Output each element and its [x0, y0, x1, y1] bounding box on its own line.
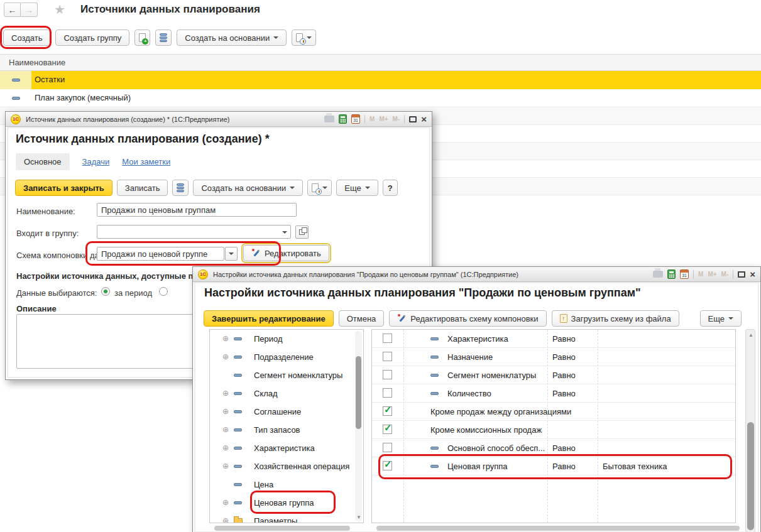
tree-item-price-group[interactable]: ⊕Ценовая группа — [210, 494, 363, 512]
tree-item-parameters[interactable]: ⊕Параметры — [210, 512, 363, 523]
expand-icon[interactable]: ⊕ — [222, 499, 229, 506]
tab-tasks[interactable]: Задачи — [82, 153, 110, 170]
checkbox-unchecked[interactable] — [383, 443, 392, 452]
tree-item-agreement[interactable]: ⊕Соглашение — [210, 403, 363, 421]
scheme-dropdown-button[interactable] — [225, 247, 238, 261]
dialog1-titlebar[interactable]: 1С Источник данных планирования (создани… — [6, 112, 432, 127]
checkbox-checked[interactable]: ✓ — [383, 425, 392, 434]
tree-item-stock-type[interactable]: ⊕Тип запасов — [210, 421, 363, 439]
save-and-close-button[interactable]: Записать и закрыть — [15, 180, 112, 196]
checkbox-checked[interactable]: ✓ — [383, 461, 392, 470]
list-view-button[interactable] — [155, 30, 172, 46]
checkbox-unchecked[interactable] — [383, 352, 392, 361]
maximize-icon[interactable] — [738, 271, 745, 278]
name-input[interactable]: Продажи по ценовым группам — [97, 203, 297, 217]
checkbox-unchecked[interactable] — [383, 388, 392, 398]
open-group-button[interactable] — [295, 225, 309, 239]
tab-my-notes[interactable]: Мои заметки — [122, 153, 170, 170]
radio-alternative[interactable] — [159, 287, 168, 296]
dialog2-titlebar[interactable]: 1С Настройки источника данных планирован… — [193, 267, 760, 282]
cancel-button[interactable]: Отмена — [339, 310, 385, 327]
maximize-icon[interactable] — [409, 116, 417, 122]
calendar-icon[interactable]: 31 — [680, 269, 689, 279]
scheme-input[interactable]: Продажи по ценовой группе — [97, 247, 224, 261]
expand-icon[interactable]: ⊕ — [222, 335, 229, 342]
copy-item-button[interactable]: + — [134, 30, 150, 46]
filter-row-main-supply-method[interactable]: Основной способ обесп... Равно — [372, 439, 735, 457]
list-row-selected[interactable]: Остатки — [0, 71, 761, 89]
tree-item-department[interactable]: ⊕Подразделение — [210, 348, 363, 366]
expand-icon[interactable]: ⊕ — [222, 462, 229, 470]
memory-plus-button[interactable]: M+ — [708, 271, 716, 278]
close-icon[interactable]: × — [750, 269, 755, 279]
tree-item-characteristic[interactable]: ⊕Характеристика — [210, 439, 363, 457]
filters-panel: Характеристика Равно Назначение Равно Се… — [371, 329, 736, 523]
create-based-on-button[interactable]: Создать на основании — [193, 180, 303, 196]
tree-hscrollbar[interactable] — [214, 526, 350, 531]
expand-icon[interactable]: ⊕ — [222, 444, 229, 452]
tab-main[interactable]: Основное — [16, 153, 70, 170]
create-based-on-button[interactable]: Создать на основании — [177, 30, 287, 46]
tree-item-warehouse[interactable]: ⊕Склад — [210, 384, 363, 403]
report-button[interactable] — [307, 180, 332, 196]
tree-item-price[interactable]: Цена — [210, 475, 363, 494]
scroll-down-icon[interactable]: ▼ — [356, 514, 361, 520]
filters-hscrollbar[interactable] — [376, 526, 740, 531]
filter-row-price-group[interactable]: ✓ Ценовая группа Равно Бытовая техника — [372, 457, 735, 475]
checkbox-unchecked[interactable] — [383, 370, 392, 379]
save-button[interactable]: Записать — [117, 180, 168, 196]
tree-scrollbar-thumb[interactable] — [356, 356, 361, 429]
printer-icon[interactable] — [653, 271, 663, 278]
tree-scrollbar[interactable]: ▼ — [355, 331, 362, 521]
expand-icon[interactable]: ⊕ — [222, 517, 229, 523]
list-view-button[interactable] — [172, 180, 189, 196]
checkbox-checked[interactable]: ✓ — [383, 406, 392, 416]
tree-item-segment[interactable]: Сегмент номенклатуры — [210, 366, 363, 384]
checkbox-unchecked[interactable] — [383, 334, 392, 343]
edit-scheme-button[interactable]: Редактировать — [243, 245, 329, 261]
calculator-icon[interactable] — [667, 269, 676, 279]
chevron-down-icon[interactable] — [282, 231, 287, 234]
radio-for-period[interactable] — [101, 287, 110, 296]
filter-row-except-intercompany[interactable]: ✓ Кроме продаж между организациями — [372, 403, 735, 421]
memory-plus-button[interactable]: M+ — [379, 116, 388, 122]
back-button[interactable]: ← — [4, 3, 21, 17]
filter-row-segment[interactable]: Сегмент номенклатуры Равно — [372, 366, 735, 384]
calculator-icon[interactable] — [339, 114, 347, 124]
create-button[interactable]: Создать — [3, 30, 50, 46]
help-button[interactable]: ? — [383, 180, 398, 196]
filters-scrollbar[interactable]: ▲ — [745, 329, 755, 532]
scroll-up-icon[interactable]: ▲ — [748, 332, 753, 338]
memory-button[interactable]: M — [370, 116, 375, 122]
load-scheme-button[interactable]: ↑ Загрузить схему из файла — [552, 310, 679, 327]
list-row[interactable]: План закупок (месячный) — [0, 89, 761, 107]
edit-composition-scheme-button[interactable]: Редактировать схему компоновки — [389, 310, 546, 327]
tree-item-business-operation[interactable]: ⊕Хозяйственная операция — [210, 457, 363, 475]
list-column-header[interactable]: Наименование — [0, 54, 761, 71]
filters-scrollbar-thumb[interactable] — [747, 422, 754, 530]
expand-icon[interactable]: ⊕ — [222, 389, 229, 397]
finish-editing-button[interactable]: Завершить редактирование — [204, 310, 334, 327]
memory-button[interactable]: M — [698, 271, 703, 278]
close-icon[interactable]: × — [421, 114, 427, 124]
more-button[interactable]: Еще — [336, 180, 378, 196]
tree-item-period[interactable]: ⊕Период — [210, 330, 363, 348]
memory-minus-button[interactable]: M- — [721, 271, 729, 278]
forward-button[interactable]: → — [21, 3, 38, 17]
report-button[interactable] — [292, 30, 316, 46]
create-group-button[interactable]: Создать группу — [55, 30, 129, 46]
printer-icon[interactable] — [324, 116, 334, 122]
favorite-star-icon[interactable]: ★ — [54, 2, 65, 17]
filter-row-quantity[interactable]: Количество Равно — [372, 384, 735, 403]
expand-icon[interactable]: ⊕ — [222, 408, 229, 415]
more-button[interactable]: Еще — [700, 310, 742, 327]
filter-row-purpose[interactable]: Назначение Равно — [372, 348, 735, 366]
expand-icon[interactable]: ⊕ — [222, 353, 229, 361]
app-screen: ← → ★ Источники данных планирования Созд… — [0, 0, 761, 532]
calendar-icon[interactable]: 31 — [351, 114, 360, 124]
memory-minus-button[interactable]: M- — [393, 116, 400, 122]
filter-row-except-commission[interactable]: ✓ Кроме комиссионных продаж — [372, 421, 735, 439]
filter-row-characteristic[interactable]: Характеристика Равно — [372, 330, 735, 348]
group-input[interactable] — [97, 225, 291, 239]
expand-icon[interactable]: ⊕ — [222, 426, 229, 433]
